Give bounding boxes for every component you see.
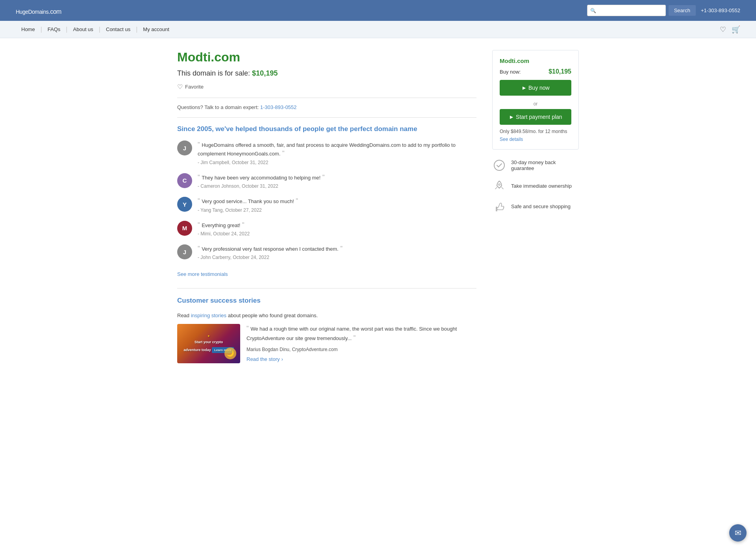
trust-text-3: Safe and secure shopping bbox=[511, 203, 571, 209]
site-header: HugeDomains.com 🔍 Search +1-303-893-0552 bbox=[0, 0, 756, 21]
content-left: Modti.com This domain is for sale: $10,1… bbox=[177, 50, 476, 363]
questions-label: Questions? Talk to a domain expert: bbox=[177, 104, 259, 110]
open-quote-5: " bbox=[198, 245, 202, 252]
nav-myaccount[interactable]: My account bbox=[137, 21, 174, 38]
open-quote-1: " bbox=[198, 141, 202, 148]
trust-text-2: Take immediate ownership bbox=[511, 183, 572, 189]
svg-point-1 bbox=[498, 184, 500, 185]
avatar-m: M bbox=[177, 221, 192, 236]
testimonial-text-4: " Everything great! " bbox=[198, 221, 250, 229]
trust-item-1: 30-day money back guarantee bbox=[492, 158, 579, 172]
success-intro: Read inspiring stories about people who … bbox=[177, 312, 476, 318]
testimonial-content-4: " Everything great! " - Mimi, October 24… bbox=[198, 221, 250, 237]
success-stories-title: Customer success stories bbox=[177, 296, 476, 305]
testimonial-item-3: Y " Very good service... Thank you so mu… bbox=[177, 197, 476, 213]
header-right: 🔍 Search +1-303-893-0552 bbox=[587, 5, 740, 16]
for-sale-text: This domain is for sale: $10,195 bbox=[177, 69, 476, 78]
sidebar: Modti.com Buy now: $10,195 ► Buy now or … bbox=[492, 50, 579, 220]
testimonial-content-1: " HugeDomains offered a smooth, fair, an… bbox=[198, 141, 476, 165]
testimonial-content-2: " They have been very accommodating to h… bbox=[198, 173, 324, 189]
favorite-button[interactable]: ♡ Favorite bbox=[177, 83, 204, 91]
sidebar-buy-label: Buy now: bbox=[500, 69, 521, 75]
testimonial-item: J " HugeDomains offered a smooth, fair, … bbox=[177, 141, 476, 165]
testimonial-item-4: M " Everything great! " - Mimi, October … bbox=[177, 221, 476, 237]
svg-point-0 bbox=[494, 160, 504, 170]
testimonial-text-5: " Very professional very fast response w… bbox=[198, 244, 343, 253]
testimonial-body-4: Everything great! bbox=[202, 222, 240, 228]
avatar-y: Y bbox=[177, 197, 192, 212]
open-quote-2: " bbox=[198, 174, 202, 181]
main-nav: Home | FAQs | About us | Contact us | My… bbox=[0, 21, 756, 38]
cart-icon[interactable]: 🛒 bbox=[732, 25, 740, 34]
domain-price-inline: $10,195 bbox=[252, 69, 278, 77]
close-quote-3: " bbox=[294, 198, 298, 204]
testimonial-text-2: " They have been very accommodating to h… bbox=[198, 173, 324, 182]
avatar-c: C bbox=[177, 173, 192, 188]
success-intro-text: Read bbox=[177, 312, 189, 318]
divider-2 bbox=[177, 117, 476, 118]
trust-text-1: 30-day money back guarantee bbox=[511, 159, 579, 171]
story-open-quote: " bbox=[246, 325, 250, 332]
testimonial-author-2: - Cameron Johnson, October 31, 2022 bbox=[198, 183, 324, 189]
open-quote-4: " bbox=[198, 222, 202, 228]
logo-tld: .com bbox=[48, 8, 61, 15]
search-icon: 🔍 bbox=[590, 8, 596, 13]
story-author: Marius Bogdan Dinu, CryptoAdventure.com bbox=[246, 347, 476, 352]
divider-1 bbox=[177, 98, 476, 98]
nav-contact[interactable]: Contact us bbox=[100, 21, 136, 38]
inspiring-stories-link[interactable]: inspiring stories bbox=[191, 312, 226, 318]
or-text: or bbox=[500, 101, 571, 107]
trust-section: 30-day money back guarantee Take immedia… bbox=[492, 158, 579, 213]
story-image: ● Start your cryptoadventure today Learn… bbox=[177, 324, 240, 363]
testimonial-text-1: " HugeDomains offered a smooth, fair, an… bbox=[198, 141, 476, 158]
search-input[interactable] bbox=[587, 5, 666, 16]
chevron-right-icon: › bbox=[282, 356, 283, 362]
buy-now-button[interactable]: ► Buy now bbox=[500, 80, 571, 96]
site-logo[interactable]: HugeDomains.com bbox=[16, 5, 61, 16]
close-quote-5: " bbox=[339, 245, 343, 252]
see-details-link[interactable]: See details bbox=[500, 137, 523, 142]
domain-title: Modti.com bbox=[177, 50, 476, 65]
story-content: ● Start your cryptoadventure today Learn… bbox=[177, 324, 476, 363]
sidebar-domain-name: Modti.com bbox=[500, 57, 571, 64]
wishlist-icon[interactable]: ♡ bbox=[720, 25, 726, 34]
questions-phone[interactable]: 1-303-893-0552 bbox=[260, 104, 297, 110]
testimonial-author-3: - Yang Tang, October 27, 2022 bbox=[198, 207, 298, 213]
testimonial-body-3: Very good service... Thank you so much! bbox=[202, 198, 294, 204]
sidebar-price-row: Buy now: $10,195 bbox=[500, 68, 571, 75]
nav-links: Home | FAQs | About us | Contact us | My… bbox=[16, 21, 175, 38]
guarantee-icon bbox=[492, 158, 506, 172]
testimonial-body-1: HugeDomains offered a smooth, fair, and … bbox=[198, 142, 456, 157]
read-story-link[interactable]: Read the story › bbox=[246, 356, 283, 362]
open-quote-3: " bbox=[198, 198, 202, 204]
close-quote-1: " bbox=[280, 150, 284, 157]
testimonial-item-5: J " Very professional very fast response… bbox=[177, 244, 476, 260]
sidebar-box: Modti.com Buy now: $10,195 ► Buy now or … bbox=[492, 50, 579, 150]
nav-about[interactable]: About us bbox=[68, 21, 99, 38]
testimonial-author-4: - Mimi, October 24, 2022 bbox=[198, 231, 250, 237]
section-divider bbox=[177, 288, 476, 288]
rocket-icon bbox=[492, 179, 506, 193]
see-more-testimonials[interactable]: See more testimonials bbox=[177, 271, 228, 277]
payment-plan-button[interactable]: ► Start payment plan bbox=[500, 109, 571, 125]
testimonial-body-2: They have been very accommodating to hel… bbox=[202, 175, 321, 181]
search-input-wrap: 🔍 bbox=[587, 5, 666, 16]
close-quote-2: " bbox=[321, 174, 324, 181]
story-img-decoration: 🌙 bbox=[224, 348, 236, 359]
testimonial-author-1: - Jim Campbell, October 31, 2022 bbox=[198, 160, 476, 165]
favorite-label: Favorite bbox=[185, 84, 204, 90]
search-button[interactable]: Search bbox=[668, 5, 696, 16]
logo-text: HugeDomains bbox=[16, 9, 48, 15]
testimonial-body-5: Very professional very fast response whe… bbox=[202, 246, 339, 252]
read-story-text: Read the story bbox=[246, 356, 280, 362]
nav-home[interactable]: Home bbox=[16, 21, 41, 38]
testimonial-content-3: " Very good service... Thank you so much… bbox=[198, 197, 298, 213]
trust-item-3: Safe and secure shopping bbox=[492, 199, 579, 213]
testimonial-author-5: - John Carberry, October 24, 2022 bbox=[198, 255, 343, 260]
avatar-j1: J bbox=[177, 141, 192, 155]
avatar-j2: J bbox=[177, 244, 192, 259]
story-close-quote: " bbox=[352, 335, 356, 341]
story-text: " We had a rough time with our original … bbox=[246, 324, 476, 343]
for-sale-label: This domain is for sale: bbox=[177, 69, 250, 77]
nav-faqs[interactable]: FAQs bbox=[42, 21, 66, 38]
